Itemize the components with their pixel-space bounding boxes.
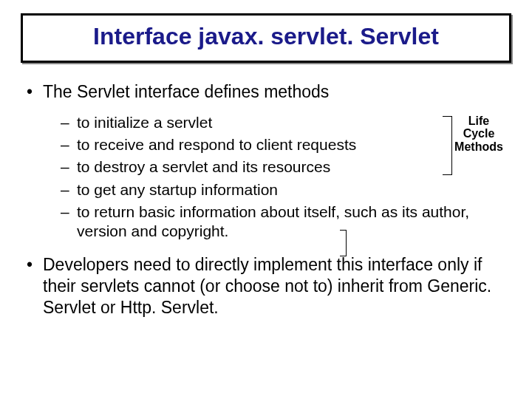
- sub-item-3-text: to destroy a servlet and its resources: [77, 158, 330, 175]
- slide: Interface javax. servlet. Servlet The Se…: [0, 0, 532, 399]
- sub-item-4-text: to get any startup information: [77, 181, 278, 198]
- body-content: The Servlet interface defines methods to…: [27, 81, 505, 329]
- sub-item-2: to receive and respond to client request…: [61, 135, 505, 154]
- sub-item-4: to get any startup information: [61, 180, 505, 200]
- sub-item-5-text: to return basic information about itself…: [77, 203, 469, 239]
- sub-list: to initialize a servlet to receive and r…: [61, 113, 505, 242]
- lifecycle-annotation: Life Cycle Methods: [451, 115, 507, 154]
- sub-item-1: to initialize a servlet: [61, 113, 505, 132]
- bullet-developers-text: Developers need to directly implement th…: [43, 255, 491, 317]
- bullet-developers: Developers need to directly implement th…: [27, 254, 505, 318]
- annotation-line-3: Methods: [451, 140, 507, 154]
- title-box: Interface javax. servlet. Servlet: [21, 13, 511, 63]
- sub-item-2-text: to receive and respond to client request…: [77, 136, 356, 153]
- sub-item-3: to destroy a servlet and its resources: [61, 157, 505, 177]
- bullet-intro: The Servlet interface defines methods: [27, 81, 505, 103]
- bullet-intro-text: The Servlet interface defines methods: [43, 82, 329, 101]
- small-bracket-icon: [340, 230, 347, 256]
- annotation-line-2: Cycle: [451, 127, 507, 140]
- slide-title: Interface javax. servlet. Servlet: [35, 23, 497, 50]
- sub-item-5: to return basic information about itself…: [61, 202, 505, 242]
- annotation-line-1: Life: [451, 115, 507, 128]
- sub-item-1-text: to initialize a servlet: [77, 114, 212, 131]
